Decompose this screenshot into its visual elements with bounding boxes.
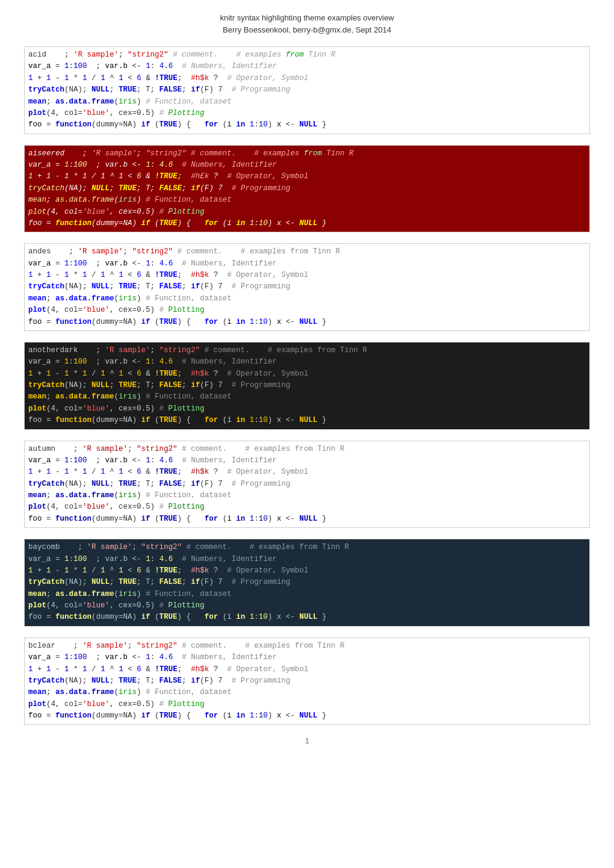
code-line: baycomb ; 'R sample'; "string2" # commen… bbox=[28, 542, 586, 553]
code-line: mean; as.data.frame(iris) # Function, da… bbox=[28, 687, 586, 698]
code-line: tryCatch(NA); NULL; TRUE; T; FALSE; if(F… bbox=[28, 479, 586, 490]
code-line: tryCatch(NA); NULL; TRUE; T; FALSE; if(F… bbox=[28, 281, 586, 293]
code-line: var_a = 1:100 ; var.b <- 1: 4.6 # Number… bbox=[28, 160, 586, 171]
header-line1: knitr syntax highlighting theme examples… bbox=[24, 12, 590, 24]
code-line: foo = function(dummy=NA) if (TRUE) { for… bbox=[28, 317, 586, 328]
code-line: var_a = 1:100 ; var.b <- 1: 4.6 # Number… bbox=[28, 554, 586, 565]
code-line: foo = function(dummy=NA) if (TRUE) { for… bbox=[28, 415, 586, 426]
code-line: 1 + 1 - 1 * 1 / 1 ^ 1 < 6 & !TRUE; #h£k … bbox=[28, 171, 586, 182]
theme-block-bclear: bclear ; 'R sample'; "string2" # comment… bbox=[24, 637, 590, 725]
code-line: mean; as.data.frame(iris) # Function, da… bbox=[28, 194, 586, 206]
code-line: var_a = 1:100 ; var.b <- 1: 4.6 # Number… bbox=[28, 258, 586, 270]
code-line: tryCatch(NA); NULL; TRUE; T; FALSE; if(F… bbox=[28, 577, 586, 588]
code-line: plot(4, col='blue', cex=0.5) # Plotting bbox=[28, 206, 586, 218]
code-line: mean; as.data.frame(iris) # Function, da… bbox=[28, 589, 586, 600]
code-box-aiseered: aiseered ; 'R sample'; "string2" # comme… bbox=[24, 145, 590, 233]
code-line: tryCatch(NA); NULL; TRUE; T; FALSE; if(F… bbox=[28, 183, 586, 194]
code-line: foo = function(dummy=NA) if (TRUE) { for… bbox=[28, 218, 586, 229]
code-line: plot(4, col='blue', cex=0.5) # Plotting bbox=[28, 108, 586, 119]
theme-block-baycomb: baycomb ; 'R sample'; "string2" # commen… bbox=[24, 539, 590, 627]
code-box-bclear: bclear ; 'R sample'; "string2" # comment… bbox=[24, 637, 590, 725]
code-box-autumn: autumn ; 'R sample'; "string2" # comment… bbox=[24, 441, 590, 529]
code-line: var_a = 1:100 ; var.b <- 1: 4.6 # Number… bbox=[28, 652, 586, 663]
code-line: 1 + 1 - 1 * 1 / 1 ^ 1 < 6 & !TRUE; #h$k … bbox=[28, 467, 586, 478]
code-line: plot(4, col='blue', cex=0.5) # Plotting bbox=[28, 600, 586, 612]
code-line: mean; as.data.frame(iris) # Function, da… bbox=[28, 293, 586, 305]
code-box-anotherdark: anotherdark ; 'R sample'; "string2" # co… bbox=[24, 342, 590, 430]
code-line: 1 + 1 - 1 * 1 / 1 ^ 1 < 6 & !TRUE; #h$k … bbox=[28, 368, 586, 380]
code-line: mean; as.data.frame(iris) # Function, da… bbox=[28, 96, 586, 108]
code-line: anotherdark ; 'R sample'; "string2" # co… bbox=[28, 345, 586, 356]
page-header: knitr syntax highlighting theme examples… bbox=[24, 12, 590, 36]
code-line: bclear ; 'R sample'; "string2" # comment… bbox=[28, 640, 586, 652]
code-line: var_a = 1:100 ; var.b <- 1: 4.6 # Number… bbox=[28, 61, 586, 72]
code-line: plot(4, col='blue', cex=0.5) # Plotting bbox=[28, 699, 586, 710]
code-line: var_a = 1:100 ; var.b <- 1: 4.6 # Number… bbox=[28, 455, 586, 467]
code-line: tryCatch(NA); NULL; TRUE; T; FALSE; if(F… bbox=[28, 84, 586, 96]
theme-block-acid: acid ; 'R sample'; "string2" # comment. … bbox=[24, 46, 590, 134]
code-line: var_a = 1:100 ; var.b <- 1: 4.6 # Number… bbox=[28, 356, 586, 368]
code-line: plot(4, col='blue', cex=0.5) # Plotting bbox=[28, 501, 586, 513]
theme-block-autumn: autumn ; 'R sample'; "string2" # comment… bbox=[24, 441, 590, 529]
code-line: acid ; 'R sample'; "string2" # comment. … bbox=[28, 49, 586, 61]
code-line: 1 + 1 - 1 * 1 / 1 ^ 1 < 6 & !TRUE; #h$k … bbox=[28, 565, 586, 577]
code-line: tryCatch(NA); NULL; TRUE; T; FALSE; if(F… bbox=[28, 380, 586, 391]
code-line: mean; as.data.frame(iris) # Function, da… bbox=[28, 490, 586, 501]
code-line: autumn ; 'R sample'; "string2" # comment… bbox=[28, 444, 586, 455]
code-line: foo = function(dummy=NA) if (TRUE) { for… bbox=[28, 513, 586, 525]
code-line: aiseered ; 'R sample'; "string2" # comme… bbox=[28, 148, 586, 160]
code-line: plot(4, col='blue', cex=0.5) # Plotting bbox=[28, 403, 586, 415]
theme-block-andes: andes ; 'R sample'; "string2" # comment.… bbox=[24, 243, 590, 331]
page-number: 1 bbox=[24, 737, 590, 745]
code-line: mean; as.data.frame(iris) # Function, da… bbox=[28, 391, 586, 403]
theme-block-aiseered: aiseered ; 'R sample'; "string2" # comme… bbox=[24, 145, 590, 233]
code-line: tryCatch(NA); NULL; TRUE; T; FALSE; if(F… bbox=[28, 675, 586, 687]
header-line2: Berry Boessenkool, berry-b@gmx.de, Sept … bbox=[24, 24, 590, 36]
code-line: foo = function(dummy=NA) if (TRUE) { for… bbox=[28, 612, 586, 623]
code-line: 1 + 1 - 1 * 1 / 1 ^ 1 < 6 & !TRUE; #h$k … bbox=[28, 664, 586, 675]
code-box-baycomb: baycomb ; 'R sample'; "string2" # commen… bbox=[24, 539, 590, 627]
theme-block-anotherdark: anotherdark ; 'R sample'; "string2" # co… bbox=[24, 342, 590, 430]
code-line: foo = function(dummy=NA) if (TRUE) { for… bbox=[28, 710, 586, 722]
code-line: foo = function(dummy=NA) if (TRUE) { for… bbox=[28, 119, 586, 131]
code-box-acid: acid ; 'R sample'; "string2" # comment. … bbox=[24, 46, 590, 134]
code-line: plot(4, col='blue', cex=0.5) # Plotting bbox=[28, 305, 586, 316]
code-line: andes ; 'R sample'; "string2" # comment.… bbox=[28, 246, 586, 258]
code-line: 1 + 1 - 1 * 1 / 1 ^ 1 < 6 & !TRUE; #h$k … bbox=[28, 270, 586, 281]
code-line: 1 + 1 - 1 * 1 / 1 ^ 1 < 6 & !TRUE; #h$k … bbox=[28, 73, 586, 84]
code-box-andes: andes ; 'R sample'; "string2" # comment.… bbox=[24, 243, 590, 331]
